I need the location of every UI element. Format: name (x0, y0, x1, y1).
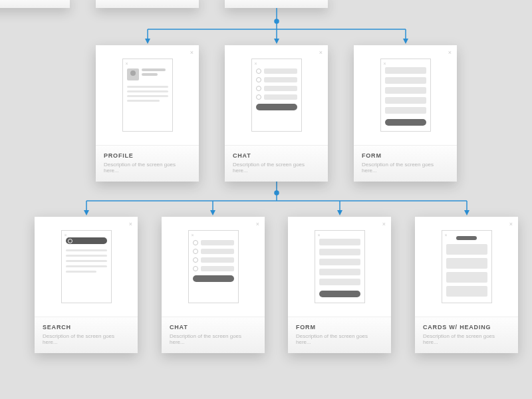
card-title: PROFILE (104, 152, 191, 159)
card-description: Description of the screen goes here... (104, 162, 191, 174)
card-description: Description of the screen goes here... (423, 333, 510, 345)
screen-card-profile[interactable]: × × PROFILE Description of the screen go… (96, 45, 199, 182)
wireframe-preview: × × (225, 45, 328, 145)
card-title: FORM (296, 324, 383, 331)
offscreen-card-stub (96, 0, 199, 8)
wireframe-preview: × × (162, 217, 265, 317)
wireframe-preview: × × (354, 45, 457, 145)
wireframe-preview: × × (35, 217, 138, 317)
screen-card-cards-heading[interactable]: × × CARDS W/ HEADING Description of the … (415, 217, 518, 353)
svg-marker-7 (145, 39, 150, 44)
screen-card-chat[interactable]: × × CHAT Description of the screen goes … (225, 45, 328, 182)
card-title: CHAT (170, 324, 257, 331)
screen-card-form[interactable]: × × FORM Description of the screen goes … (288, 217, 391, 353)
card-title: CARDS W/ HEADING (423, 324, 510, 331)
card-description: Description of the screen goes here... (296, 333, 383, 345)
wireframe-preview: × × (288, 217, 391, 317)
card-description: Description of the screen goes here... (43, 333, 130, 345)
close-icon: × (190, 49, 194, 56)
card-description: Description of the screen goes here... (362, 162, 449, 174)
svg-point-0 (275, 19, 279, 23)
card-title: SEARCH (43, 324, 130, 331)
svg-marker-18 (84, 210, 89, 215)
wireframe-preview: × × (415, 217, 518, 317)
close-icon: × (448, 49, 452, 56)
wireframe-preview: × × (96, 45, 199, 145)
offscreen-card-stub (0, 0, 70, 8)
offscreen-card-stub (225, 0, 328, 8)
svg-marker-21 (464, 210, 469, 215)
svg-marker-20 (337, 210, 342, 215)
svg-marker-8 (274, 39, 279, 44)
search-icon (66, 237, 107, 244)
card-title: FORM (362, 152, 449, 159)
screen-card-search[interactable]: × × SEARCH Description of the screen goe… (35, 217, 138, 353)
svg-marker-19 (210, 210, 215, 215)
card-description: Description of the screen goes here... (170, 333, 257, 345)
close-icon: × (256, 221, 259, 227)
close-icon: × (509, 221, 513, 227)
svg-marker-9 (403, 39, 408, 44)
svg-point-10 (275, 191, 279, 195)
close-icon: × (319, 49, 323, 56)
card-title: CHAT (233, 152, 320, 159)
close-icon: × (129, 221, 132, 227)
card-description: Description of the screen goes here... (233, 162, 320, 174)
close-icon: × (382, 221, 386, 227)
screen-card-form[interactable]: × × FORM Description of the screen goes … (354, 45, 457, 182)
screen-card-chat[interactable]: × × CHAT Description of the screen goes … (162, 217, 265, 353)
